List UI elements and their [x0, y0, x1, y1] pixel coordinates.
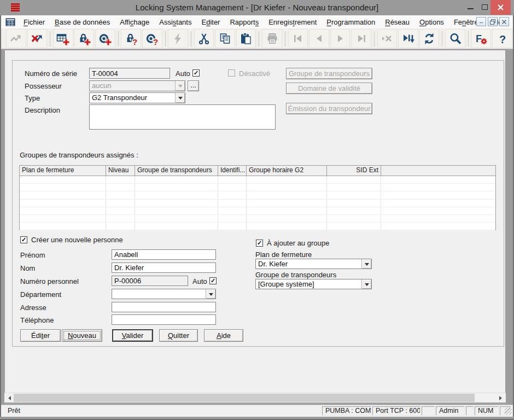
auto-serial-checkbox[interactable]: ✓ [192, 69, 200, 77]
menu-base-de-donnees[interactable]: Base de données [50, 16, 115, 28]
mdi-window-buttons: – [476, 17, 509, 26]
table-cell [135, 207, 218, 215]
cut-button[interactable] [194, 29, 214, 48]
table-cell [135, 184, 218, 191]
menu-rapports[interactable]: Rapports [225, 16, 264, 28]
connect-button [6, 29, 26, 48]
last-name-input[interactable] [112, 262, 216, 273]
help-button[interactable]: ? [492, 29, 512, 48]
read-lock-button[interactable]: ? [121, 29, 141, 48]
first-record-button [288, 29, 308, 48]
toolbar: ??F? [1, 28, 513, 49]
scrollbar-thumb[interactable] [14, 394, 475, 402]
status-bar: Prêt PUMBA : COM5Port TCP : 6001AdminNUM [1, 405, 513, 417]
column-header-identifi[interactable]: Identifi... [218, 166, 247, 176]
department-combobox[interactable] [112, 289, 216, 299]
add-to-group-checkbox[interactable]: ✓ [256, 240, 263, 247]
chevron-down-icon[interactable] [206, 289, 215, 299]
create-person-checkbox[interactable]: ✓ [20, 236, 27, 243]
auto-number-checkbox[interactable]: ✓ [209, 277, 217, 284]
column-header-groupe-horaire-g2[interactable]: Groupe horaire G2 [247, 166, 327, 176]
goto-record-button[interactable] [398, 29, 418, 48]
table-cell [20, 215, 106, 223]
table-cell [106, 184, 135, 191]
transponder-group-combobox[interactable]: [Groupe système] [255, 279, 372, 289]
serial-input[interactable] [89, 68, 170, 79]
owner-label: Possesseur [25, 82, 62, 90]
chevron-down-icon[interactable] [175, 93, 185, 103]
table-header-row: Plan de fermetureNiveauGroupe de transpo… [20, 166, 495, 176]
description-textarea[interactable] [89, 104, 276, 130]
edit-button[interactable]: Éditer [20, 329, 61, 342]
horizontal-scrollbar[interactable] [4, 393, 506, 402]
owner-browse-button[interactable]: ... [188, 80, 199, 91]
phone-input[interactable] [112, 314, 216, 325]
new-lock-icon [77, 32, 91, 46]
status-panel-num: NUM [475, 406, 499, 416]
maximize-button[interactable] [478, 0, 491, 15]
column-header-empty[interactable] [381, 166, 495, 176]
first-name-input[interactable] [112, 249, 216, 260]
search-button[interactable] [445, 29, 465, 48]
new-transponder-button[interactable] [95, 29, 115, 48]
assigned-groups-table[interactable]: Plan de fermetureNiveauGroupe de transpo… [19, 165, 496, 230]
chevron-down-icon[interactable] [361, 259, 371, 269]
auto-number-label: Auto [192, 277, 207, 285]
search-icon [448, 32, 463, 46]
mdi-close-icon[interactable] [499, 17, 509, 26]
close-button[interactable] [490, 0, 511, 15]
table-cell [247, 223, 327, 230]
personnel-number-input[interactable] [112, 276, 188, 286]
table-cell [218, 223, 247, 230]
column-header-groupe-de-transpondeurs[interactable]: Groupe de transpondeurs [135, 166, 218, 176]
menu-programmation[interactable]: Programmation [322, 16, 380, 28]
resize-grip-icon[interactable] [505, 407, 512, 415]
table-cell [106, 223, 135, 230]
system-menu-icon[interactable] [5, 18, 15, 26]
menu-editer[interactable]: Editer [196, 16, 225, 28]
quit-button[interactable]: Quitter [159, 329, 198, 342]
mdi-restore-icon[interactable] [488, 17, 498, 26]
menu-fichier[interactable]: Fichier [19, 16, 50, 28]
table-cell [20, 191, 106, 199]
transponder-group-value: [Groupe système] [256, 279, 361, 289]
new-lock-button[interactable] [74, 29, 95, 48]
table-row [20, 215, 495, 223]
locking-plan-combobox[interactable]: Dr. Kiefer [255, 259, 372, 269]
cancel-record-icon [380, 32, 394, 46]
column-header-plan-de-fermeture[interactable]: Plan de fermeture [20, 166, 106, 176]
menu-reseau[interactable]: Réseau [380, 16, 414, 28]
filter-settings-button[interactable]: F [471, 29, 492, 48]
type-combobox[interactable]: G2 Transpondeur [89, 92, 185, 103]
address-input[interactable] [112, 302, 216, 312]
column-header-sid-ext[interactable]: SID Ext [327, 166, 381, 176]
copy-button[interactable] [215, 29, 235, 48]
scroll-right-icon[interactable] [497, 393, 506, 402]
menu-options[interactable]: Options [414, 16, 449, 28]
apply-button[interactable]: Valider [112, 329, 153, 342]
table-row [20, 200, 495, 207]
table-cell [381, 191, 495, 199]
new-button[interactable]: Nouveau [62, 329, 102, 342]
scroll-left-icon[interactable] [4, 393, 14, 402]
refresh-button[interactable] [419, 29, 440, 48]
table-cell [381, 176, 495, 184]
type-label: Type [25, 94, 40, 102]
table-cell [218, 207, 247, 215]
chevron-down-icon[interactable] [361, 279, 371, 289]
menu-enregistrement[interactable]: Enregistrement [264, 16, 322, 28]
type-value: G2 Transpondeur [90, 93, 175, 103]
groupe-de-transpondeurs-button: Groupe de transpondeurs [286, 68, 372, 79]
menu-affichage[interactable]: Affichage [115, 16, 154, 28]
mdi-minimize-icon[interactable]: – [476, 17, 486, 26]
disconnect-button[interactable] [27, 29, 48, 48]
help-button[interactable]: Aide [204, 329, 243, 342]
paste-button[interactable] [236, 29, 256, 48]
read-transponder-button[interactable]: ? [142, 29, 162, 48]
menu-assistants[interactable]: Assistants [154, 16, 196, 28]
column-header-niveau[interactable]: Niveau [106, 166, 135, 176]
minimize-button[interactable] [464, 0, 477, 15]
new-locking-plan-button[interactable] [53, 29, 73, 48]
toolbar-separator [468, 31, 469, 46]
new-locking-plan-icon [56, 32, 70, 46]
